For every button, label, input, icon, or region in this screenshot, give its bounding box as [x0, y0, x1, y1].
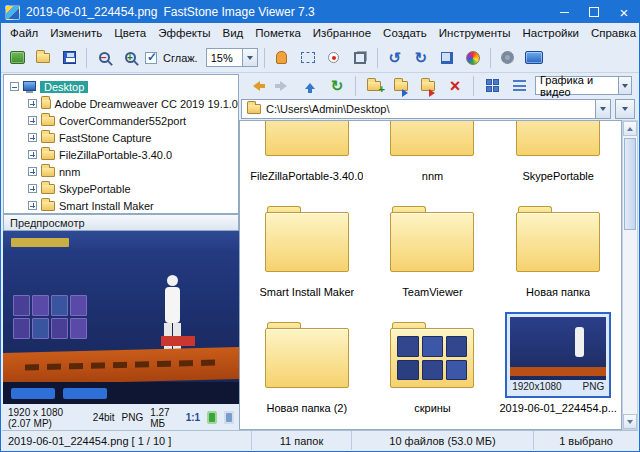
settings-gear-icon[interactable] — [497, 47, 519, 69]
menu-settings[interactable]: Настройки — [517, 25, 585, 41]
refresh-icon[interactable] — [326, 75, 348, 97]
item-label: 2019-06-01_224454.p... — [499, 402, 616, 417]
scrollbar-thumb[interactable] — [624, 138, 636, 230]
tree-item-folder[interactable]: nnm — [4, 163, 238, 180]
folder-icon — [41, 201, 55, 211]
expand-icon[interactable] — [28, 184, 37, 193]
back-icon[interactable] — [245, 75, 267, 97]
zoom-out-icon[interactable] — [93, 47, 115, 69]
address-input[interactable]: C:\Users\Admin\Desktop\ — [241, 99, 611, 119]
file-explorer-icon[interactable] — [6, 47, 28, 69]
grid-item-folder-with-thumbnails[interactable]: скрины — [370, 305, 496, 417]
expand-icon[interactable] — [28, 116, 37, 125]
tree-item-folder[interactable]: Smart Install Maker — [4, 197, 238, 214]
copy-to-folder-icon[interactable] — [390, 75, 412, 97]
folder-icon — [41, 116, 55, 126]
folder-icon — [265, 120, 349, 156]
expand-icon[interactable] — [28, 150, 37, 159]
save-icon[interactable] — [58, 47, 80, 69]
expand-icon[interactable] — [28, 133, 37, 142]
grid-item-folder[interactable]: SkypePortable — [495, 120, 621, 185]
collapse-icon[interactable] — [10, 82, 19, 91]
folder-icon — [41, 184, 55, 194]
fullscreen-icon[interactable] — [523, 47, 545, 69]
address-dropdown-icon[interactable] — [595, 100, 610, 118]
quick-access-button[interactable] — [615, 99, 635, 119]
close-button[interactable] — [609, 1, 639, 23]
expand-icon[interactable] — [28, 167, 37, 176]
smooth-checkbox[interactable] — [145, 52, 157, 64]
scroll-up-icon[interactable] — [623, 121, 637, 136]
vertical-scrollbar[interactable] — [622, 120, 638, 430]
scroll-down-icon[interactable] — [623, 414, 637, 429]
folder-icon — [390, 212, 474, 272]
tree-item-folder[interactable]: SkypePortable — [4, 180, 238, 197]
new-folder-icon[interactable] — [363, 75, 385, 97]
menu-favorites[interactable]: Избранное — [307, 25, 377, 41]
address-path: C:\Users\Admin\Desktop\ — [266, 103, 389, 115]
forward-icon[interactable] — [272, 75, 294, 97]
up-folder-icon[interactable] — [299, 75, 321, 97]
preview-title: Предпросмотр — [10, 217, 85, 229]
file-filter-combo[interactable]: Графика и видео — [535, 76, 632, 95]
select-tool-icon[interactable] — [297, 47, 319, 69]
menu-view[interactable]: Вид — [216, 25, 249, 41]
preview-red-tag — [161, 336, 195, 346]
address-bar: C:\Users\Admin\Desktop\ — [241, 98, 635, 120]
menu-tools[interactable]: Инструменты — [433, 25, 517, 41]
hand-tool-icon[interactable] — [271, 47, 293, 69]
thumbnail-format: PNG — [582, 381, 604, 392]
menu-colors[interactable]: Цвета — [108, 25, 152, 41]
expand-icon[interactable] — [28, 201, 37, 210]
resize-icon[interactable] — [436, 47, 458, 69]
zoom-combo[interactable]: 15% — [206, 48, 258, 67]
folder-icon — [41, 167, 55, 177]
grid-item-image-selected[interactable]: 1920x1080 PNG 2019-06-01_224454.p... — [495, 305, 621, 417]
tree-item-folder[interactable]: Adobe Dreamweaver CC 2019 19.1.0 — [4, 95, 238, 112]
crop-icon[interactable] — [349, 47, 371, 69]
selected-thumbnail-frame: 1920x1080 PNG — [505, 312, 611, 398]
minimize-button[interactable] — [549, 1, 579, 23]
list-view-icon[interactable] — [508, 75, 530, 97]
menu-edit[interactable]: Изменить — [44, 25, 108, 41]
tree-item-folder[interactable]: FileZillaPortable-3.40.0 — [4, 146, 238, 163]
filter-dropdown-icon[interactable] — [618, 77, 632, 94]
tree-item-folder[interactable]: CoverCommander552port — [4, 112, 238, 129]
menu-file[interactable]: Файл — [4, 25, 44, 41]
expand-icon[interactable] — [28, 99, 37, 108]
maximize-button[interactable] — [579, 1, 609, 23]
titlebar[interactable]: 2019-06-01_224454.png FastStone Image Vi… — [1, 1, 639, 23]
item-label: Новая папка — [526, 286, 590, 301]
auto-fit-icon[interactable] — [207, 411, 217, 424]
preview-image[interactable] — [3, 231, 239, 404]
grid-item-folder[interactable]: Новая папка (2) — [244, 305, 370, 417]
grid-item-folder[interactable]: Новая папка — [495, 189, 621, 301]
delete-icon[interactable] — [444, 75, 466, 97]
rotate-right-icon[interactable] — [410, 47, 432, 69]
grid-item-folder[interactable]: Smart Install Maker — [244, 189, 370, 301]
tree-item-desktop[interactable]: Desktop — [4, 78, 238, 95]
folder-icon — [41, 133, 55, 143]
folder-icon — [516, 212, 600, 272]
red-eye-icon[interactable] — [323, 47, 345, 69]
menu-effects[interactable]: Эффекты — [152, 25, 216, 41]
open-folder-icon[interactable] — [32, 47, 54, 69]
menu-create[interactable]: Создать — [377, 25, 433, 41]
rotate-left-icon[interactable] — [384, 47, 406, 69]
menu-tag[interactable]: Пометка — [249, 25, 307, 41]
tree-item-folder[interactable]: FastStone Capture — [4, 129, 238, 146]
grid-item-folder[interactable]: nnm — [370, 120, 496, 185]
menu-help[interactable]: Справка — [585, 25, 640, 41]
preview-options-icon[interactable] — [224, 411, 234, 424]
grid-item-folder[interactable]: FileZillaPortable-3.40.0 — [244, 120, 370, 185]
zoom-dropdown-icon[interactable] — [242, 49, 257, 66]
palette-icon[interactable] — [462, 47, 484, 69]
thumbnail-view-icon[interactable] — [481, 75, 503, 97]
grid-item-folder[interactable]: TeamViewer — [370, 189, 496, 301]
move-to-folder-icon[interactable] — [417, 75, 439, 97]
image-thumbnail — [510, 317, 606, 380]
zoom-in-icon[interactable] — [119, 47, 141, 69]
thumbnail-grid: FileZillaPortable-3.40.0 nnm SkypePortab… — [244, 120, 621, 417]
item-label: FileZillaPortable-3.40.0 — [250, 170, 363, 185]
app-logo-icon — [5, 5, 20, 20]
